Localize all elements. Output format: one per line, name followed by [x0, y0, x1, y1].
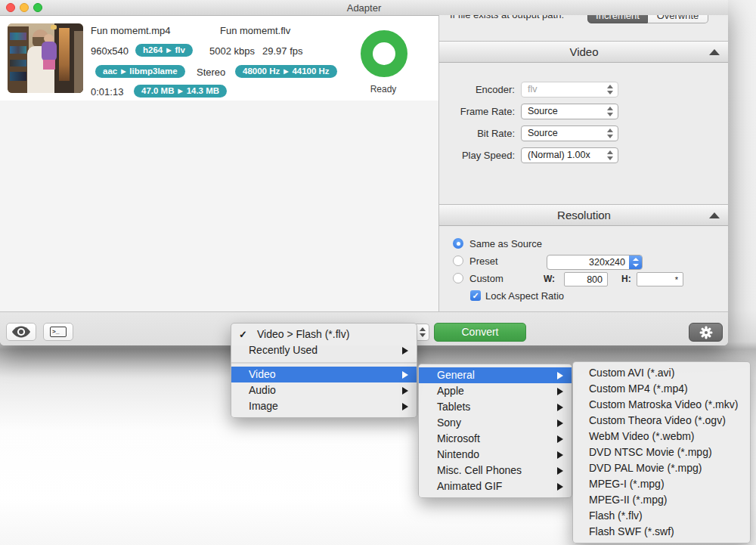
encoder-label: Encoder:	[439, 84, 515, 95]
preview-button[interactable]	[6, 323, 36, 341]
bit-rate-label: Bit Rate:	[439, 128, 515, 139]
resolution-section-header[interactable]: Resolution	[439, 204, 728, 226]
output-exists-row: If file exists at output path: Increment…	[439, 15, 728, 25]
video-section-title: Video	[439, 42, 728, 63]
menu-item-recently-used[interactable]: Recently Used	[231, 342, 417, 358]
menu-item-apple[interactable]: Apple	[419, 383, 572, 399]
menu-item-flash-swf[interactable]: Flash SWF (*.swf)	[573, 524, 750, 540]
source-filename: Fun momemt.mp4	[91, 25, 170, 36]
settings-panel: If file exists at output path: Increment…	[438, 15, 728, 311]
submenu-arrow-icon	[402, 403, 408, 410]
submenu-arrow-icon	[402, 387, 408, 395]
command-line-button[interactable]: >_	[43, 323, 73, 341]
duration-value: 0:01:13	[91, 86, 123, 98]
bit-rate-select[interactable]: Source	[521, 125, 618, 141]
stepper-icon	[607, 85, 614, 94]
app-window: Adapter Fun momemt.	[0, 0, 728, 345]
title-bar: Adapter	[0, 0, 728, 16]
checkmark-icon: ✓	[239, 327, 247, 342]
stepper-icon	[607, 107, 614, 116]
bitrate-value: 5002 kbps	[209, 45, 255, 57]
stepper-icon	[607, 129, 614, 138]
lock-aspect-checkbox[interactable]: ✓	[470, 290, 481, 301]
overwrite-segment-button[interactable]: Overwrite	[648, 15, 708, 23]
video-category-submenu: General Apple Tablets Sony Microsoft Nin…	[418, 364, 572, 498]
general-formats-submenu: Custom AVI (*.avi) Custom MP4 (*.mp4) Cu…	[572, 361, 751, 543]
menu-item-mpeg-i[interactable]: MPEG-I (*.mpg)	[573, 476, 750, 492]
resolution-value: 960x540	[91, 45, 129, 57]
menu-item-microsoft[interactable]: Microsoft	[419, 431, 572, 447]
submenu-arrow-icon	[402, 347, 408, 355]
height-label: H:	[621, 274, 631, 284]
menu-item-dvd-pal[interactable]: DVD PAL Movie (*.mpg)	[573, 460, 750, 476]
menu-item-current-format[interactable]: ✓ Video > Flash (*.flv)	[231, 327, 417, 342]
submenu-arrow-icon	[557, 388, 563, 395]
menu-item-tablets[interactable]: Tablets	[419, 399, 572, 415]
submenu-arrow-icon	[557, 483, 563, 491]
menu-item-audio[interactable]: Audio	[231, 382, 417, 398]
settings-button[interactable]	[689, 323, 723, 342]
submenu-arrow-icon	[557, 372, 563, 379]
menu-item-image[interactable]: Image	[231, 398, 417, 414]
arrow-right-icon: ▶	[284, 65, 288, 78]
arrow-right-icon: ▶	[121, 65, 125, 78]
file-size-badge: 47.0 MB▶14.3 MB	[134, 85, 227, 98]
format-menu: ✓ Video > Flash (*.flv) Recently Used Vi…	[231, 323, 417, 418]
menu-item-custom-theora[interactable]: Custom Theora Video (*.ogv)	[573, 413, 750, 429]
terminal-icon: >_	[50, 327, 67, 337]
file-list-item[interactable]: Fun momemt.mp4 Fun momemt.flv 960x540 h2…	[0, 16, 438, 101]
play-speed-select[interactable]: (Normal) 1.00x	[521, 147, 618, 163]
submenu-arrow-icon	[557, 404, 563, 411]
preset-size-value: 320x240	[589, 257, 625, 268]
status-ring-icon	[361, 30, 407, 77]
file-list-empty-area	[0, 101, 438, 311]
same-as-source-radio[interactable]	[453, 238, 463, 249]
menu-item-animated-gif[interactable]: Animated GIF	[419, 478, 572, 494]
menu-item-custom-mp4[interactable]: Custom MP4 (*.mp4)	[573, 381, 750, 397]
lock-aspect-label: Lock Aspect Ratio	[485, 290, 564, 302]
arrow-right-icon: ▶	[166, 44, 171, 57]
desktop: Adapter Fun momemt.	[0, 0, 756, 545]
menu-item-custom-matroska[interactable]: Custom Matroska Video (*.mkv)	[573, 397, 750, 413]
menu-item-misc-cell-phones[interactable]: Misc. Cell Phones	[419, 463, 572, 478]
menu-item-sony[interactable]: Sony	[419, 415, 572, 431]
video-section-header[interactable]: Video	[439, 41, 728, 63]
collapse-triangle-icon[interactable]	[709, 49, 720, 55]
exists-label: If file exists at output path:	[450, 15, 564, 20]
menu-item-general[interactable]: General	[419, 367, 572, 383]
menu-item-flash-flv[interactable]: Flash (*.flv)	[573, 508, 750, 524]
framerate-value: 29.97 fps	[262, 45, 303, 57]
sample-rate-badge: 48000 Hz▶44100 Hz	[235, 65, 337, 78]
menu-item-custom-avi[interactable]: Custom AVI (*.avi)	[573, 365, 750, 381]
menu-item-dvd-ntsc[interactable]: DVD NTSC Movie (*.mpg)	[573, 444, 750, 460]
frame-rate-select[interactable]: Source	[521, 104, 618, 119]
menu-item-webm[interactable]: WebM Video (*.webm)	[573, 429, 750, 444]
video-codec-badge: h264▶flv	[135, 44, 193, 57]
preset-radio[interactable]	[453, 255, 463, 266]
output-filename: Fun momemt.flv	[220, 25, 290, 36]
stepper-icon	[607, 150, 614, 160]
preset-size-combo[interactable]: 320x240	[547, 255, 643, 270]
blue-stepper-icon[interactable]	[629, 255, 642, 269]
same-as-source-label: Same as Source	[469, 238, 542, 249]
height-input[interactable]	[637, 272, 683, 286]
channels-value: Stereo	[197, 67, 225, 78]
custom-radio[interactable]	[453, 273, 463, 283]
menu-item-video[interactable]: Video	[231, 367, 417, 382]
menu-item-nintendo[interactable]: Nintendo	[419, 447, 572, 463]
eye-icon	[11, 326, 31, 338]
submenu-arrow-icon	[557, 467, 563, 475]
menu-item-mpeg-ii[interactable]: MPEG-II (*.mpg)	[573, 492, 750, 508]
custom-label: Custom	[469, 273, 503, 284]
resolution-section-title: Resolution	[439, 205, 728, 226]
width-input[interactable]	[564, 272, 608, 286]
status-label: Ready	[338, 84, 429, 94]
collapse-triangle-icon[interactable]	[709, 212, 720, 218]
play-speed-label: Play Speed:	[439, 150, 515, 161]
menu-separator	[231, 362, 417, 364]
preset-label: Preset	[469, 255, 498, 267]
gear-icon	[699, 326, 713, 339]
encoder-select[interactable]: flv	[521, 82, 618, 98]
increment-segment-button[interactable]: Increment	[587, 15, 648, 23]
convert-button[interactable]: Convert	[434, 323, 526, 342]
